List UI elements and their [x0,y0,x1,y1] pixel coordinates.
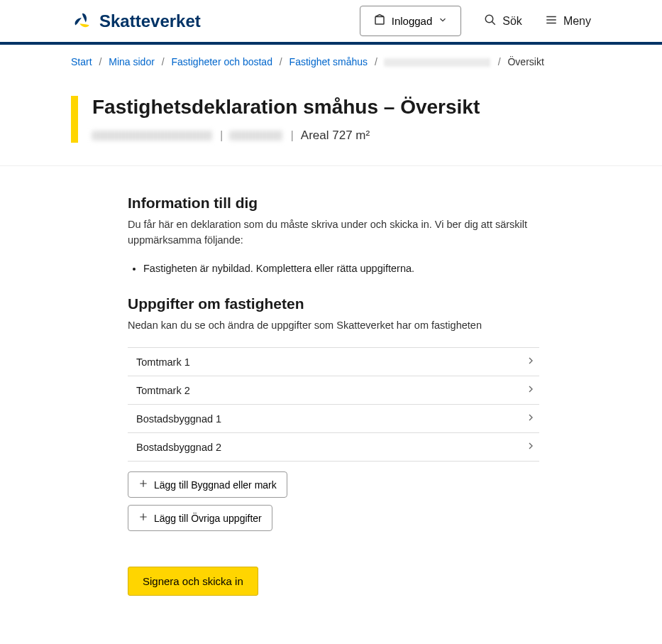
svg-rect-0 [375,17,384,25]
brand-name: Skatteverket [99,11,201,31]
property-list: Tomtmark 1 Tomtmark 2 Bostadsbyggnad 1 B… [128,347,539,462]
breadcrumb-separator: / [498,56,501,67]
separator-pipe: | [290,129,293,143]
chevron-right-icon [525,355,536,369]
logged-in-dropdown[interactable]: Inloggad [360,6,462,36]
add-building-label: Lägg till Byggnad eller mark [154,479,277,491]
properties-text: Nedan kan du se och ändra de uppgifter s… [128,318,539,334]
chevron-down-icon [438,15,448,27]
info-text: Du får här en deklaration som du måste s… [128,217,539,249]
info-heading: Information till dig [128,195,539,212]
sign-and-submit-button[interactable]: Signera och skicka in [128,567,258,596]
page-subtitle: | | Areal 727 m² [92,129,591,143]
property-item-label: Bostadsbyggnad 2 [136,442,221,453]
plus-icon [138,479,148,491]
redacted-property-id [230,131,283,141]
brand-logo[interactable]: Skatteverket [71,10,201,33]
info-bullet-item: Fastigheten är nybildad. Komplettera ell… [143,263,539,274]
search-icon [484,13,497,29]
menu-icon [545,13,558,29]
chevron-right-icon [525,383,536,397]
menu-label: Meny [563,15,591,28]
breadcrumb-link-mina-sidor[interactable]: Mina sidor [109,56,155,67]
breadcrumb-separator: / [280,56,282,67]
areal-info: Areal 727 m² [301,129,370,143]
main-content: Information till dig Du får här en dekla… [128,166,539,638]
breadcrumb-link-start[interactable]: Start [71,56,92,67]
add-other-label: Lägg till Övriga uppgifter [154,513,262,524]
add-building-button[interactable]: Lägg till Byggnad eller mark [128,471,287,498]
info-bullet-list: Fastigheten är nybildad. Komplettera ell… [128,263,539,274]
breadcrumb-separator: / [375,56,377,67]
redacted-property-name [92,131,213,141]
breadcrumb-current: Översikt [507,56,544,67]
brand-logo-mark-icon [71,10,94,33]
property-item-label: Bostadsbyggnad 1 [136,413,221,425]
breadcrumb: Start / Mina sidor / Fastigheter och bos… [0,45,662,79]
property-item-tomtmark-1[interactable]: Tomtmark 1 [128,348,539,376]
chevron-right-icon [525,440,536,454]
property-item-bostadsbyggnad-2[interactable]: Bostadsbyggnad 2 [128,433,539,462]
svg-point-1 [486,15,494,23]
property-item-bostadsbyggnad-1[interactable]: Bostadsbyggnad 1 [128,405,539,433]
breadcrumb-separator: / [99,56,101,67]
menu-button[interactable]: Meny [545,13,591,29]
chevron-right-icon [525,412,536,425]
breadcrumb-redacted [385,58,491,67]
property-item-tomtmark-2[interactable]: Tomtmark 2 [128,376,539,405]
add-other-info-button[interactable]: Lägg till Övriga uppgifter [128,505,272,531]
search-label: Sök [502,15,522,28]
logged-in-label: Inloggad [392,15,433,27]
properties-heading: Uppgifter om fastigheten [128,295,539,312]
breadcrumb-link-smahus[interactable]: Fastighet småhus [289,56,368,67]
property-item-label: Tomtmark 1 [136,356,190,368]
top-header: Skatteverket Inloggad Sök Meny [0,0,662,45]
breadcrumb-separator: / [162,56,165,67]
page-header: Fastighetsdeklaration småhus – Översikt … [0,79,662,166]
breadcrumb-link-fastigheter[interactable]: Fastigheter och bostad [172,56,272,67]
plus-icon [138,512,148,524]
user-icon [373,13,386,28]
search-button[interactable]: Sök [484,13,522,29]
page-title: Fastighetsdeklaration småhus – Översikt [92,96,591,119]
property-item-label: Tomtmark 2 [136,385,190,396]
separator-pipe: | [220,129,223,143]
